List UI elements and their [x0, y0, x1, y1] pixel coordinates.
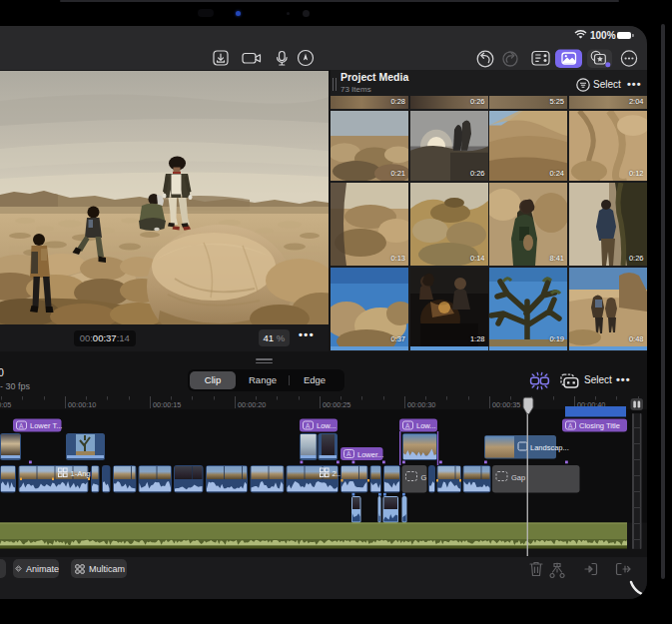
svg-text:Landscap...: Landscap... [530, 443, 569, 452]
svg-text:00:00:15: 00:00:15 [153, 400, 181, 409]
svg-text:00:00:10: 00:00:10 [68, 400, 96, 409]
svg-text:Lower T...: Lower T... [30, 421, 62, 430]
svg-text:00:00:25: 00:00:25 [323, 400, 350, 409]
svg-text:Gap: Gap [511, 473, 525, 482]
svg-text:A: A [19, 422, 24, 429]
svg-text:Low...: Low... [416, 421, 436, 430]
svg-text:00:00:35: 00:00:35 [492, 400, 520, 409]
svg-text:00:00:05: 00:00:05 [0, 400, 11, 409]
svg-text:A: A [568, 422, 573, 429]
svg-text:A: A [405, 422, 410, 429]
svg-text:A: A [346, 450, 351, 457]
svg-text:A: A [306, 422, 311, 429]
svg-text:Lower...: Lower... [357, 450, 383, 459]
svg-text:00:00:20: 00:00:20 [238, 400, 266, 409]
svg-text:G: G [421, 473, 427, 482]
svg-text:Low...: Low... [317, 421, 336, 430]
svg-text:Closing Title: Closing Title [579, 421, 620, 430]
svg-text:00:00:30: 00:00:30 [407, 400, 435, 409]
